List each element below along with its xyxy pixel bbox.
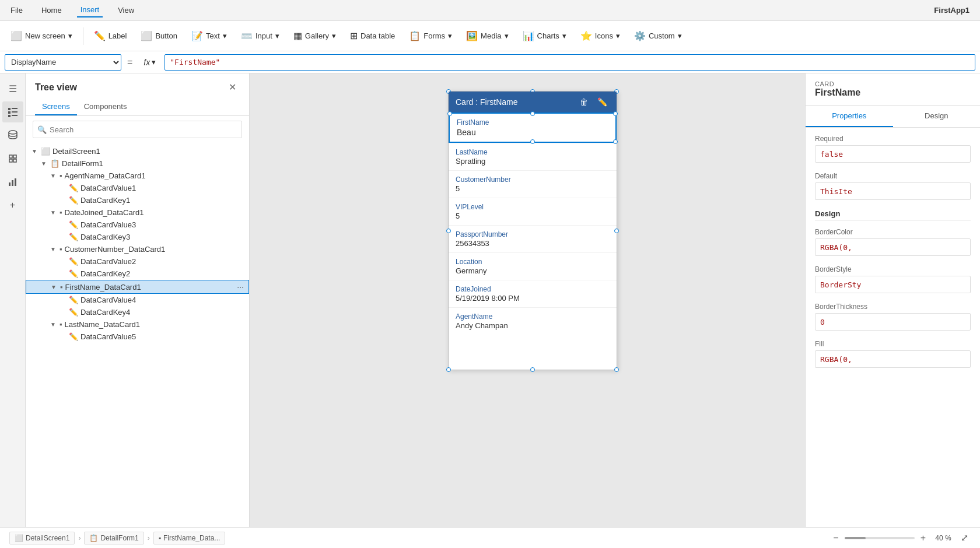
list-item[interactable]: ▼ 📋 DetailForm1: [26, 157, 249, 170]
card-component[interactable]: Card : FirstName 🗑 ✏️ FirstName Beau Las…: [448, 91, 617, 370]
canvas-area[interactable]: Card : FirstName 🗑 ✏️ FirstName Beau Las…: [250, 73, 805, 527]
list-item[interactable]: ▶ ✏️ DataCardValue3: [26, 219, 249, 231]
hamburger-button[interactable]: ☰: [2, 78, 23, 99]
tree-panel: Tree view ✕ Screens Components 🔍 ▼ ⬜ Det…: [26, 73, 250, 527]
location-label: Location: [456, 258, 610, 266]
card-name: FirstName: [815, 87, 860, 98]
text-button[interactable]: 📝 Text ▾: [186, 27, 233, 45]
datejoined-field[interactable]: DateJoined 5/19/2019 8:00 PM: [449, 280, 617, 307]
edit-button[interactable]: ✏️: [595, 96, 610, 108]
datejoined-value: 5/19/2019 8:00 PM: [456, 294, 610, 303]
list-item[interactable]: ▶ ✏️ DataCardValue4: [26, 294, 249, 306]
data-button[interactable]: [2, 125, 23, 146]
tab-screens[interactable]: Screens: [35, 99, 77, 115]
card-empty-space: [449, 335, 617, 370]
inner-handle-br[interactable]: [613, 139, 618, 144]
breadcrumb-screen[interactable]: ⬜ DetailScreen1: [9, 532, 75, 545]
firstname-field[interactable]: FirstName Beau: [449, 113, 617, 143]
zoom-controls: − + 40 % ⤢: [831, 531, 971, 545]
list-item[interactable]: ▶ ✏️ DataCardValue5: [26, 331, 249, 343]
list-item[interactable]: ▶ ✏️ DataCardKey1: [26, 194, 249, 206]
input-button[interactable]: ⌨️ Input ▾: [235, 27, 285, 45]
zoom-value: 40 %: [932, 534, 955, 542]
context-menu-icon[interactable]: ···: [237, 282, 244, 291]
button-button[interactable]: ⬜ Button: [135, 27, 183, 45]
border-color-input[interactable]: [815, 238, 971, 256]
lastname-field[interactable]: LastName Spratling: [449, 143, 617, 170]
list-item[interactable]: ▼ ⬜ DetailScreen1: [26, 145, 249, 157]
fill-label: Fill: [815, 340, 971, 348]
data-icon: [8, 130, 18, 140]
menu-home[interactable]: Home: [38, 3, 65, 17]
list-item[interactable]: ▶ ✏️ DataCardValue1: [26, 182, 249, 194]
tab-components[interactable]: Components: [77, 99, 134, 115]
inner-handle-bm[interactable]: [530, 139, 535, 144]
plugin-icon: [8, 153, 18, 164]
list-item[interactable]: ▼ ▪ CustomerNumber_DataCard1: [26, 243, 249, 255]
menu-insert[interactable]: Insert: [77, 3, 103, 17]
key-icon: ✏️: [69, 233, 78, 241]
data-table-button[interactable]: ⊞ Data table: [344, 27, 401, 45]
plugin-button[interactable]: [2, 148, 23, 169]
list-item[interactable]: ▶ ✏️ DataCardKey2: [26, 268, 249, 280]
customernumber-value: 5: [456, 184, 610, 193]
property-selector[interactable]: DisplayName: [5, 54, 121, 71]
formula-input[interactable]: [164, 54, 975, 71]
value-icon: ✏️: [69, 257, 78, 266]
menu-view[interactable]: View: [114, 3, 138, 17]
add-button[interactable]: +: [2, 195, 23, 216]
list-item[interactable]: ▼ ▪ LastName_DataCard1: [26, 318, 249, 331]
screen-icon: ⬜: [15, 534, 23, 542]
new-screen-button[interactable]: ⬜ New screen ▾: [5, 27, 78, 45]
chevron-down-icon: ▼: [49, 173, 57, 179]
card-header: Card : FirstName 🗑 ✏️: [449, 92, 617, 113]
label-button[interactable]: ✏️ Label: [88, 27, 133, 45]
border-style-input[interactable]: [815, 276, 971, 293]
zoom-in-button[interactable]: +: [918, 532, 928, 545]
tab-properties[interactable]: Properties: [806, 106, 893, 127]
border-style-property: BorderStyle: [815, 265, 971, 293]
list-item[interactable]: ▶ ✏️ DataCardKey3: [26, 231, 249, 243]
inner-handle-tm[interactable]: [530, 111, 535, 116]
zoom-out-button[interactable]: −: [831, 532, 841, 545]
breadcrumb-card[interactable]: ▪ FirstName_Data...: [153, 532, 226, 545]
required-input[interactable]: [815, 145, 971, 163]
tree-close-button[interactable]: ✕: [225, 80, 240, 94]
inner-handle-tr[interactable]: [613, 111, 618, 116]
expand-button[interactable]: ⤢: [958, 531, 971, 545]
analytics-button[interactable]: [2, 171, 23, 192]
list-item[interactable]: ▶ ✏️ DataCardKey4: [26, 306, 249, 318]
list-item-firstname[interactable]: ▼ ▪ FirstName_DataCard1 ···: [26, 280, 249, 294]
agentname-field[interactable]: AgentName Andy Champan: [449, 307, 617, 335]
breadcrumb-form[interactable]: 📋 DetailForm1: [84, 532, 144, 545]
fill-input[interactable]: [815, 350, 971, 368]
border-thickness-input[interactable]: [815, 313, 971, 331]
menu-file[interactable]: File: [7, 3, 26, 17]
delete-button[interactable]: 🗑: [578, 96, 590, 108]
icons-button[interactable]: ⭐ Icons ▾: [575, 27, 626, 45]
chevron-down-icon: ▼: [30, 148, 38, 154]
zoom-slider[interactable]: [845, 537, 915, 539]
menu-bar: File Home Insert View FirstApp1: [0, 0, 980, 21]
location-field[interactable]: Location Germany: [449, 252, 617, 280]
viplevel-field[interactable]: VIPLevel 5: [449, 198, 617, 225]
charts-button[interactable]: 📊 Charts ▾: [517, 27, 572, 45]
media-button[interactable]: 🖼️ Media ▾: [460, 27, 514, 45]
default-input[interactable]: [815, 182, 971, 200]
agentname-label: AgentName: [456, 312, 610, 321]
fx-button[interactable]: fx ▾: [138, 55, 161, 70]
custom-button[interactable]: ⚙️ Custom ▾: [628, 27, 688, 45]
list-item[interactable]: ▼ ▪ DateJoined_DataCard1: [26, 206, 249, 219]
inner-handle-tl[interactable]: [447, 111, 452, 116]
tree-search-input[interactable]: [33, 121, 242, 138]
gallery-button[interactable]: ▦ Gallery ▾: [288, 27, 342, 45]
tree-view-button[interactable]: [2, 101, 23, 122]
card-title: Card : FirstName: [456, 97, 518, 107]
tab-design[interactable]: Design: [893, 106, 981, 127]
customernumber-field[interactable]: CustomerNumber 5: [449, 170, 617, 198]
list-item[interactable]: ▶ ✏️ DataCardValue2: [26, 255, 249, 268]
tree-header: Tree view ✕: [26, 73, 249, 99]
forms-button[interactable]: 📋 Forms ▾: [403, 27, 458, 45]
passportnumber-field[interactable]: PassportNumber 25634353: [449, 225, 617, 252]
list-item[interactable]: ▼ ▪ AgentName_DataCard1: [26, 170, 249, 182]
